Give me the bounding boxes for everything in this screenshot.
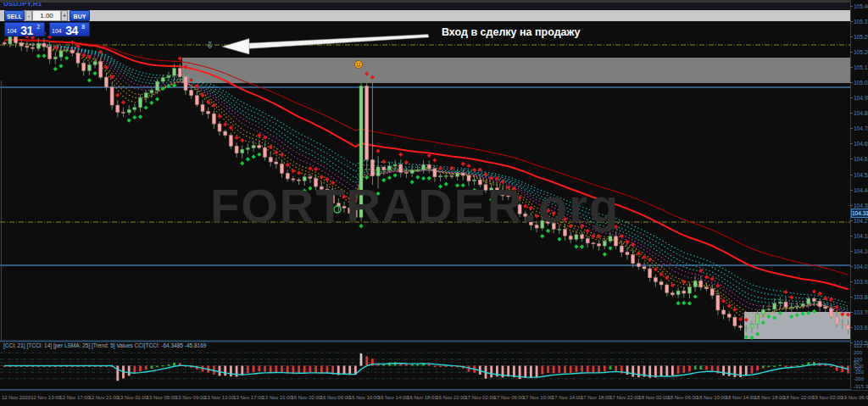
cci-histogram-bar — [530, 366, 532, 378]
watermark: FORTRADER.org — [210, 178, 620, 233]
sell-diamond — [286, 163, 290, 167]
sell-price-display[interactable]: 104 31 2 — [4, 22, 45, 36]
candle-body — [53, 57, 57, 58]
volume-input[interactable]: 1.00 — [32, 10, 61, 21]
candle-body — [710, 289, 714, 296]
candle-body — [399, 164, 403, 173]
candle-body — [133, 108, 136, 110]
cci-histogram-bar — [779, 364, 782, 366]
sell-diamond — [229, 125, 233, 130]
time-axis[interactable]: 12 Nov 202012 Nov 13:0012 Nov 17:0012 No… — [0, 390, 868, 406]
buy-diamond — [603, 252, 607, 256]
cci-histogram-bar — [598, 366, 600, 373]
time-axis-label: 16 Nov 02:00 — [292, 395, 322, 400]
candle-body — [127, 109, 131, 113]
candle-body — [99, 62, 103, 78]
candle-body — [626, 253, 629, 255]
candle-body — [456, 173, 459, 176]
sell-diamond — [654, 267, 658, 271]
sell-diamond — [670, 283, 675, 287]
price-axis-label: 104.270 — [854, 218, 868, 224]
cci-histogram-bar — [145, 366, 147, 370]
candle-body — [19, 43, 23, 47]
candle-body — [670, 293, 674, 295]
candle-body — [139, 97, 142, 108]
cci-histogram-bar — [632, 366, 634, 377]
candle-body — [104, 77, 108, 87]
candle-body — [184, 77, 187, 91]
sell-diamond — [659, 272, 663, 276]
price-axis-label: 104.695 — [854, 141, 868, 147]
cci-histogram-bar — [411, 364, 414, 366]
sell-diamond — [732, 308, 737, 312]
candle-body — [575, 235, 578, 239]
candle-body — [654, 278, 657, 282]
price-axis[interactable]: 104.312 105.460105.375105.290105.205105.… — [850, 0, 868, 390]
sell-diamond — [829, 298, 833, 302]
volume-increase-button[interactable]: + — [61, 10, 68, 21]
candle-body — [807, 298, 810, 303]
sell-button[interactable]: SELL — [4, 10, 25, 21]
cci-histogram-bar — [547, 366, 549, 374]
cci-histogram-bar — [320, 366, 323, 374]
time-axis-label: 13 Nov 13:00 — [204, 395, 235, 400]
sell-diamond — [738, 317, 743, 321]
sell-diamond — [308, 166, 312, 170]
price-axis-label: 104.440 — [854, 187, 868, 193]
cci-histogram-bar — [219, 366, 221, 376]
cci-scale-label: -100 — [854, 370, 864, 375]
ma-ribbon-line — [16, 43, 849, 309]
time-axis-label: 12 Nov 21:00 — [88, 395, 119, 400]
time-axis-label: 12 Nov 2020 — [2, 395, 31, 400]
candle-body — [824, 307, 827, 309]
cci-histogram-bar — [360, 353, 363, 365]
candle-body — [25, 46, 29, 47]
cci-histogram-bar — [281, 366, 283, 373]
cci-histogram-bar — [253, 366, 255, 372]
candle-body — [387, 166, 391, 170]
volume-decrease-button[interactable]: - — [25, 10, 32, 21]
candle-body — [773, 303, 776, 309]
candle-body — [744, 327, 748, 328]
cci-histogram-bar — [343, 366, 346, 375]
cci-histogram-bar — [224, 366, 226, 376]
buy-price-big: 34 — [65, 24, 78, 36]
buy-diamond — [687, 301, 692, 305]
sell-diamond — [217, 114, 221, 118]
cci-histogram-bar — [570, 366, 572, 374]
buy-button[interactable]: BUY — [70, 10, 90, 21]
sell-diamond — [620, 234, 624, 238]
sell-diamond — [432, 158, 437, 162]
ma-ribbon-line — [16, 43, 849, 311]
candle-body — [761, 309, 765, 314]
candle-body — [676, 291, 680, 295]
candle-body — [665, 285, 669, 293]
candle-body — [122, 113, 125, 114]
buy-price-display[interactable]: 104 34 8 — [49, 22, 90, 36]
sell-diamond — [783, 290, 787, 294]
sell-diamond — [297, 170, 301, 175]
candle-body — [173, 69, 176, 76]
candle-body — [370, 160, 374, 176]
candle-body — [252, 146, 255, 148]
time-axis-label: 13 Nov 17:00 — [233, 395, 264, 400]
time-axis-label: 13 Nov 09:00 — [175, 395, 206, 400]
cci-histogram-bar — [756, 366, 759, 371]
cci-histogram-bar — [445, 366, 448, 368]
trade-entry-annotation: Вход в сделку на продажу — [442, 26, 580, 38]
candle-body — [592, 243, 595, 244]
time-axis-label: 16 Nov 18:00 — [407, 395, 437, 400]
time-axis-label: 18 Nov 06:00 — [667, 395, 698, 400]
candle-body — [790, 307, 793, 308]
candle-body — [87, 65, 91, 71]
cci-histogram-bar — [536, 366, 538, 378]
buy-diamond — [155, 97, 159, 101]
candle-body — [620, 246, 623, 252]
time-axis-label: 16 Nov 22:00 — [436, 395, 466, 400]
price-axis-label: 105.460 — [854, 3, 868, 9]
cci-histogram-bar — [258, 366, 260, 372]
buy-diamond — [87, 78, 92, 82]
cci-histogram-bar — [468, 366, 470, 372]
cci-histogram-bar — [564, 366, 566, 374]
sell-diamond — [404, 160, 409, 164]
